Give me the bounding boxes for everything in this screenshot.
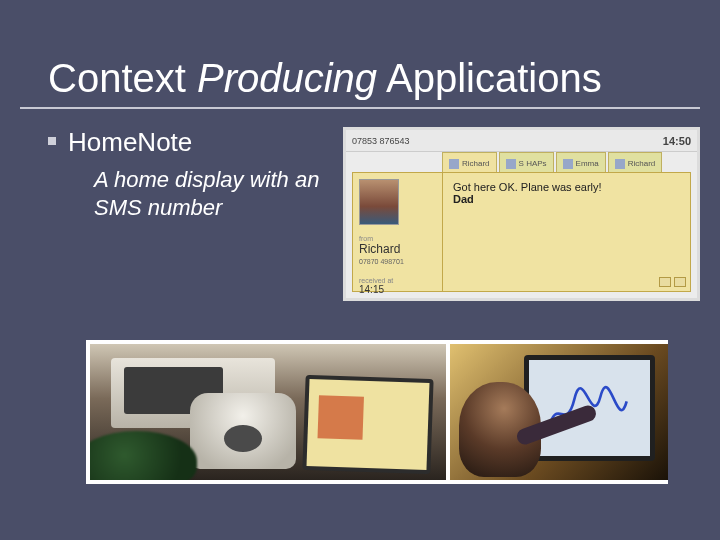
action-icon	[674, 277, 686, 287]
content-row: HomeNote A home display with an SMS numb…	[0, 109, 720, 301]
mock-sender-panel: from Richard 07870 498701 received at 14…	[353, 173, 443, 291]
received-time: 14:15	[359, 284, 436, 295]
message-line: Got here OK. Plane was early!	[453, 181, 682, 193]
bullet-item: HomeNote	[48, 127, 325, 158]
breadmaker-illustration	[190, 393, 297, 469]
tablet-device	[302, 374, 433, 474]
child-drawing-photo	[450, 344, 668, 480]
square-bullet-icon	[48, 137, 56, 145]
slide-title-block: Context Producing Applications	[20, 0, 700, 109]
avatar-photo	[359, 179, 399, 225]
title-part1: Context	[48, 56, 197, 100]
kitchen-photo	[90, 344, 446, 480]
mock-phone-number: 07853 876543	[352, 136, 410, 146]
from-label: from	[359, 235, 436, 242]
sender-name: Richard	[359, 242, 436, 256]
mock-tab-label: Emma	[576, 159, 599, 168]
avatar-icon	[615, 159, 625, 169]
slide-title: Context Producing Applications	[48, 56, 672, 101]
message-signature: Dad	[453, 193, 682, 205]
mock-tab: S HAPs	[499, 152, 554, 172]
mock-clock: 14:50	[663, 135, 691, 147]
mock-note-card: from Richard 07870 498701 received at 14…	[352, 172, 691, 292]
mock-message: Got here OK. Plane was early! Dad	[453, 181, 682, 205]
mock-action-icons	[659, 277, 686, 287]
bullet-heading: HomeNote	[68, 127, 192, 158]
homenote-screenshot: 07853 876543 14:50 Richard S HAPs Emma R…	[343, 127, 700, 301]
avatar-icon	[449, 159, 459, 169]
mock-tab: Richard	[442, 152, 497, 172]
foliage-illustration	[90, 431, 197, 480]
mock-status-bar: 07853 876543 14:50	[346, 130, 697, 152]
photo-strip	[86, 340, 668, 484]
title-part3: Applications	[377, 56, 602, 100]
title-emphasis: Producing	[197, 56, 377, 100]
mock-tab: Richard	[608, 152, 663, 172]
action-icon	[659, 277, 671, 287]
mock-tab-label: Richard	[628, 159, 656, 168]
sender-phone: 07870 498701	[359, 258, 436, 265]
mock-tab: Emma	[556, 152, 606, 172]
avatar-icon	[563, 159, 573, 169]
received-label: received at	[359, 277, 436, 284]
mock-tabs: Richard S HAPs Emma Richard	[442, 152, 691, 172]
bullet-description: A home display with an SMS number	[94, 166, 325, 221]
avatar-icon	[506, 159, 516, 169]
text-column: HomeNote A home display with an SMS numb…	[20, 127, 325, 221]
mock-tab-label: S HAPs	[519, 159, 547, 168]
mock-tab-label: Richard	[462, 159, 490, 168]
tablet-screen	[306, 379, 429, 470]
